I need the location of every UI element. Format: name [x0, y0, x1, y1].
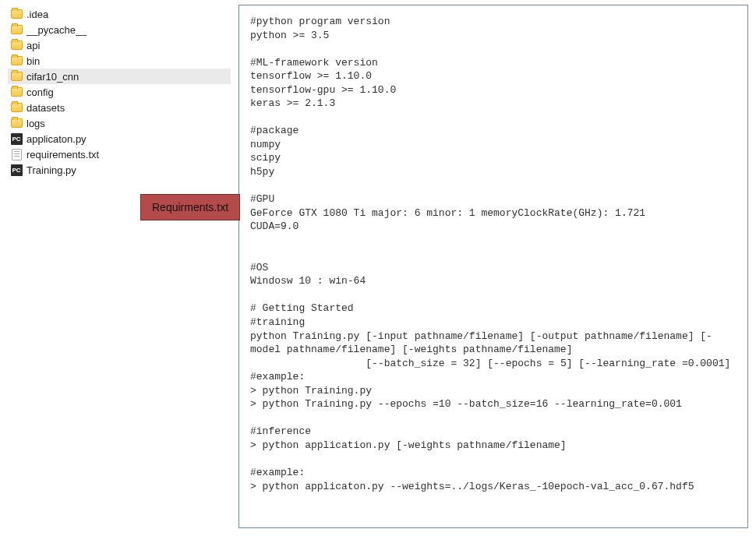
file-name-label: datasets — [26, 102, 65, 114]
folder-icon — [9, 8, 23, 20]
python-file-icon: PC — [9, 164, 23, 176]
folder-icon — [9, 23, 23, 36]
file-row-cifar10-cnn[interactable]: cifar10_cnn — [8, 69, 231, 84]
folder-icon — [9, 101, 23, 114]
file-row--idea[interactable]: .idea — [8, 6, 231, 22]
file-row-applicaton-py[interactable]: PCapplicaton.py — [8, 131, 231, 146]
folder-icon — [9, 70, 23, 83]
file-row-config[interactable]: config — [8, 84, 231, 100]
file-name-label: .idea — [26, 9, 48, 20]
file-name-label: cifar10_cnn — [26, 71, 79, 83]
text-file-icon — [9, 148, 23, 160]
file-row-logs[interactable]: logs — [8, 115, 231, 131]
file-row-training-py[interactable]: PCTraining.py — [8, 162, 231, 178]
file-name-label: Training.py — [26, 164, 76, 176]
file-name-label: logs — [26, 118, 45, 129]
folder-icon — [9, 55, 23, 67]
file-row--pycache-[interactable]: __pycache__ — [8, 22, 231, 37]
requirements-annotation-label: Requirments.txt — [140, 194, 240, 220]
file-row-requirements-txt[interactable]: requirements.txt — [8, 146, 231, 162]
file-name-label: api — [26, 40, 40, 51]
file-row-datasets[interactable]: datasets — [8, 100, 231, 115]
file-explorer: .idea__pycache__apibincifar10_cnnconfigd… — [0, 0, 234, 536]
folder-icon — [9, 117, 23, 129]
file-name-label: config — [26, 86, 54, 98]
folder-icon — [9, 39, 23, 51]
file-name-label: bin — [26, 55, 40, 67]
folder-icon — [9, 86, 23, 98]
file-name-label: requirements.txt — [26, 149, 99, 160]
file-contents-viewer: #python program version python >= 3.5 #M… — [238, 5, 748, 528]
file-row-bin[interactable]: bin — [8, 53, 231, 69]
python-file-icon: PC — [9, 132, 23, 145]
file-name-label: __pycache__ — [26, 24, 87, 36]
file-name-label: applicaton.py — [26, 133, 87, 145]
file-row-api[interactable]: api — [8, 37, 231, 53]
